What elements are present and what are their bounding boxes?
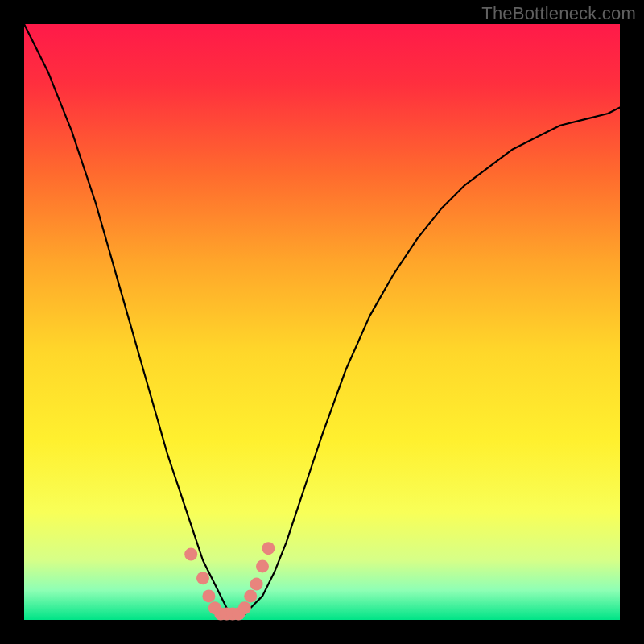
bottleneck-chart xyxy=(0,0,644,644)
curve-marker xyxy=(202,589,215,602)
curve-marker xyxy=(250,578,263,591)
curve-marker xyxy=(196,572,209,584)
plot-background xyxy=(24,24,620,620)
curve-marker xyxy=(256,559,269,572)
curve-marker xyxy=(238,601,251,614)
watermark-text: TheBottleneck.com xyxy=(481,3,636,24)
chart-root: TheBottleneck.com xyxy=(0,0,644,644)
curve-marker xyxy=(262,542,275,555)
curve-marker xyxy=(244,589,257,602)
curve-marker xyxy=(184,548,197,561)
